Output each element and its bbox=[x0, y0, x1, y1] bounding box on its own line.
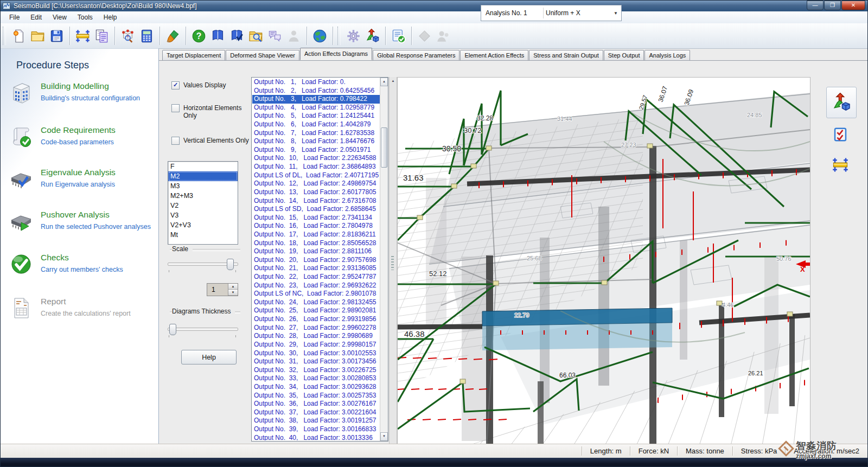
output-row[interactable]: Output No. 23, Load Factor: 2.96932622 bbox=[252, 282, 380, 290]
chevron-down-icon[interactable]: ▼ bbox=[610, 11, 621, 16]
output-row[interactable]: Output No. 20, Load Factor: 2.90757698 bbox=[252, 256, 380, 265]
frame-elements-view-button[interactable] bbox=[829, 154, 851, 176]
output-row[interactable]: Output No. 7, Load Factor: 1.62783538 bbox=[252, 129, 380, 138]
calculator-toolbar-button[interactable] bbox=[137, 27, 156, 46]
output-row[interactable]: Output No. 14, Load Factor: 2.67316708 bbox=[252, 197, 380, 206]
output-row[interactable]: Output No. 31, Load Factor: 3.00173456 bbox=[252, 357, 380, 366]
output-row[interactable]: Output No. 38, Load Factor: 3.00191257 bbox=[252, 417, 380, 425]
tab-analysis-logs[interactable]: Analysis Logs bbox=[644, 50, 690, 60]
output-row[interactable]: Output No. 26, Load Factor: 2.99319856 bbox=[252, 315, 380, 324]
sidebar-item-eigenvalue-analysis[interactable]: Eigenvalue AnalysisRun Eigenvalue analys… bbox=[9, 167, 153, 191]
output-row[interactable]: Output No. 34, Load Factor: 3.00293628 bbox=[252, 383, 380, 392]
menu-view[interactable]: View bbox=[47, 12, 72, 23]
output-row[interactable]: Output No. 9, Load Factor: 2.0501971 bbox=[252, 146, 380, 155]
scale-spinner[interactable]: 1 ▲ ▼ bbox=[207, 283, 238, 296]
output-row[interactable]: Output No. 4, Load Factor: 1.02958779 bbox=[252, 104, 380, 112]
toolbar-drag-handle[interactable] bbox=[3, 27, 6, 45]
save-toolbar-button[interactable] bbox=[47, 27, 66, 46]
output-row[interactable]: Output No. 33, Load Factor: 3.00280853 bbox=[252, 374, 380, 383]
paintbrush-toolbar-button[interactable] bbox=[163, 27, 182, 46]
output-row[interactable]: Output No. 35, Load Factor: 3.00257353 bbox=[252, 392, 380, 400]
output-row[interactable]: Output No. 25, Load Factor: 2.98902081 bbox=[252, 306, 380, 315]
globe-toolbar-button[interactable] bbox=[310, 27, 329, 46]
output-row[interactable]: Output No. 19, Load Factor: 2.8811106 bbox=[252, 247, 380, 256]
model-viewer-toolbar-button[interactable] bbox=[118, 27, 137, 46]
tab-action-effects-diagrams[interactable]: Action Effects Diagrams bbox=[300, 48, 372, 60]
output-row[interactable]: Output No. 29, Load Factor: 2.99980157 bbox=[252, 341, 380, 349]
tab-deformed-shape-viewer[interactable]: Deformed Shape Viewer bbox=[226, 50, 299, 60]
help-button[interactable]: Help bbox=[181, 350, 237, 364]
output-row[interactable]: Output No. 6, Load Factor: 1.4042879 bbox=[252, 120, 380, 129]
scroll-down-icon[interactable]: ▼ bbox=[380, 432, 388, 441]
horizontal-elements-checkbox[interactable]: Horizontal Elements Only bbox=[171, 104, 242, 119]
spinner-down-icon[interactable]: ▼ bbox=[228, 290, 238, 296]
tab-global-response-parameters[interactable]: Global Response Parameters bbox=[373, 50, 459, 60]
output-row[interactable]: Output No. 3, Load Factor: 0.798422 bbox=[252, 95, 380, 104]
verify-book-toolbar-button[interactable] bbox=[227, 27, 246, 46]
output-row[interactable]: Output No. 39, Load Factor: 3.00166833 bbox=[252, 425, 380, 434]
output-row[interactable]: Output No. 21, Load Factor: 2.93136085 bbox=[252, 264, 380, 273]
deformed-shape-toolbar-button[interactable] bbox=[363, 27, 382, 46]
parameter-option-m3[interactable]: M3 bbox=[168, 181, 238, 191]
deformed-shape-view-button[interactable] bbox=[826, 87, 857, 118]
scale-slider[interactable] bbox=[168, 263, 238, 266]
diagram-parameter-list[interactable]: FM2M3M2+M3V2V3V2+V3Mt bbox=[168, 161, 238, 245]
output-row[interactable]: Output No. 16, Load Factor: 2.7804978 bbox=[252, 222, 380, 231]
sidebar-item-building-modelling[interactable]: Building ModellingBuilding's structural … bbox=[9, 80, 153, 105]
output-row[interactable]: Output No. 37, Load Factor: 3.00221604 bbox=[252, 408, 380, 417]
tab-target-displacement[interactable]: Target Displacement bbox=[162, 50, 225, 60]
open-folder-toolbar-button[interactable] bbox=[28, 27, 47, 46]
output-row[interactable]: Output No. 1, Load Factor: 0. bbox=[252, 78, 380, 87]
output-row[interactable]: Output No. 17, Load Factor: 2.81836211 bbox=[252, 231, 380, 239]
splitter-grip[interactable] bbox=[391, 256, 394, 270]
step-output-check-toolbar-button[interactable] bbox=[389, 27, 408, 46]
menu-file[interactable]: File bbox=[4, 12, 25, 23]
scroll-up-icon[interactable]: ▲ bbox=[380, 78, 388, 86]
vertical-elements-checkbox[interactable]: Vertical Elements Only bbox=[171, 137, 253, 145]
parameter-option-m2[interactable]: M2 bbox=[168, 171, 238, 181]
3d-viewport[interactable]: 32.2830.7230.5031.6352.1246.3822.7925.68… bbox=[397, 77, 810, 446]
splitter-arrow-icon[interactable]: ▲ bbox=[390, 79, 397, 82]
restore-button[interactable]: ❐ bbox=[824, 1, 841, 10]
parameter-option-v2[interactable]: V2 bbox=[168, 201, 238, 210]
output-row[interactable]: Output No. 18, Load Factor: 2.85056528 bbox=[252, 239, 380, 248]
sidebar-item-report[interactable]: ReportCreate the calculations' report bbox=[9, 296, 153, 321]
minimize-button[interactable]: — bbox=[807, 1, 824, 10]
output-row[interactable]: Output No. 40, Load Factor: 3.0013336 bbox=[252, 434, 380, 440]
output-row[interactable]: Output LS of NC, Load Factor: 2.9801078 bbox=[252, 290, 380, 298]
new-document-toolbar-button[interactable] bbox=[9, 27, 28, 46]
user-manual-toolbar-button[interactable] bbox=[208, 27, 227, 46]
output-row[interactable]: Output No. 27, Load Factor: 2.99602278 bbox=[252, 324, 380, 332]
help-toolbar-button[interactable]: ? bbox=[189, 27, 208, 46]
checkbox-icon[interactable] bbox=[171, 104, 180, 112]
output-row[interactable]: Output No. 11, Load Factor: 2.36864893 bbox=[252, 163, 380, 171]
panel-splitter[interactable]: ▲ bbox=[389, 77, 397, 445]
scrollbar-thumb[interactable] bbox=[381, 127, 387, 168]
forum-comments-toolbar-button[interactable] bbox=[265, 27, 284, 46]
frame-elements-toolbar-button[interactable] bbox=[73, 27, 92, 46]
output-row[interactable]: Output LS of DL, Load Factor: 2.40717195 bbox=[252, 171, 380, 180]
toolbar-drag-handle[interactable] bbox=[337, 27, 341, 45]
output-row[interactable]: Output No. 22, Load Factor: 2.95247787 bbox=[252, 273, 380, 282]
output-row[interactable]: Output No. 24, Load Factor: 2.98132455 bbox=[252, 298, 380, 307]
checklist-red-view-button[interactable] bbox=[829, 124, 851, 145]
parameter-option-m2+m3[interactable]: M2+M3 bbox=[168, 191, 238, 201]
tab-stress-and-strain-output[interactable]: Stress and Strain Output bbox=[529, 50, 603, 60]
output-row[interactable]: Output No. 5, Load Factor: 1.24125441 bbox=[252, 112, 380, 120]
output-row[interactable]: Output No. 30, Load Factor: 3.00102553 bbox=[252, 349, 380, 358]
sidebar-item-checks[interactable]: ChecksCarry out members' checks bbox=[9, 252, 153, 277]
close-button[interactable]: ✕ bbox=[841, 1, 865, 10]
output-row[interactable]: Output No. 15, Load Factor: 2.7341134 bbox=[252, 214, 380, 222]
menu-help[interactable]: Help bbox=[98, 12, 123, 23]
output-row[interactable]: Output No. 28, Load Factor: 2.9980689 bbox=[252, 332, 380, 341]
output-row[interactable]: Output No. 8, Load Factor: 1.84476676 bbox=[252, 137, 380, 146]
parameter-option-v2+v3[interactable]: V2+V3 bbox=[168, 220, 238, 230]
output-row[interactable]: Output No. 32, Load Factor: 3.00226725 bbox=[252, 366, 380, 375]
tab-step-output[interactable]: Step Output bbox=[604, 50, 644, 60]
thickness-slider[interactable] bbox=[168, 328, 238, 331]
menu-edit[interactable]: Edit bbox=[25, 12, 47, 23]
menu-tools[interactable]: Tools bbox=[72, 12, 98, 23]
settings-gear-toolbar-button[interactable] bbox=[344, 27, 363, 46]
values-display-checkbox[interactable]: ✓ Values Display bbox=[171, 81, 226, 89]
output-row[interactable]: Output No. 13, Load Factor: 2.60177805 bbox=[252, 188, 380, 197]
